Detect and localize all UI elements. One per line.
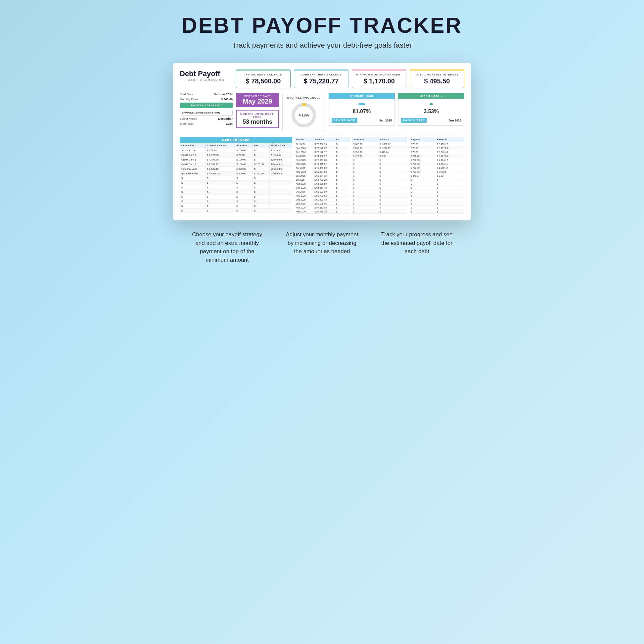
table-row: Credit Card 2 $ 3,376.48 $ 70.00 $ 6 mon… (180, 153, 292, 158)
page-title: DEBT PAYOFF TRACKER (182, 13, 462, 38)
side-col2-row: $$ (410, 190, 464, 194)
side-col1-row: $ 650.00$ 1,218.17 (352, 146, 407, 150)
schedule-rows: Oct 2024$ 77,338.33$Nov 2024$ 76,170.27$… (295, 142, 349, 214)
side-col1-row: $$ (352, 170, 407, 174)
debt-balance: $ 3,376.48 (206, 153, 235, 158)
side-col2-payment: Payment (411, 138, 437, 141)
side-col2-rows: $ 70.00$ 3,459.17$ 70.00$ 3,417.89$ 70.0… (410, 142, 464, 214)
strategy-select[interactable]: Snowball (Lowest Balance First) (180, 110, 233, 115)
start-date-row: Start Date October 2024 (180, 93, 233, 96)
table-row-empty: $$$$ (180, 185, 292, 190)
side-col2-row: $$ (410, 210, 464, 214)
bottom-section: DEBT TRACKER Debt Name Current Balance P… (180, 137, 464, 214)
debt-paid: $ (253, 148, 269, 153)
student-loan-body: 81.07% PAYOFF DATE Jan 2025 (329, 99, 395, 126)
start-date-value: October 2024 (214, 93, 233, 96)
student-loan-pct: 81.07% (332, 109, 392, 115)
credit-card-2-header: Credit Card 2 (398, 93, 464, 99)
student-loan-header: Student Loan (329, 93, 395, 99)
donut-text: 4.18% (299, 113, 309, 117)
select-month-row: Select Month December (180, 117, 233, 120)
table-row-empty: $$$$ (180, 181, 292, 185)
metrics-row: Debt Payoff - DEBT DASHBOARD - INITIAL D… (180, 69, 464, 88)
credit-card-2-pct: 3.53% (401, 109, 461, 115)
tracker-table: Debt Name Current Balance Payment Paid M… (180, 143, 292, 213)
debt-months: 12 months (269, 158, 292, 162)
callout-3-text: Track your progress and see the estimate… (379, 230, 455, 256)
credit-card-2-payoff-label: PAYOFF DATE (401, 118, 427, 123)
table-row-empty: $$$$ (180, 190, 292, 195)
middle-section: Start Date October 2024 Monthly Extra $ … (180, 93, 464, 132)
debt-payment: $ 200.00 (235, 167, 253, 171)
debt-balance: $ 473.24 (206, 148, 235, 153)
metric-initial-balance-label: INITIAL DEBT BALANCE (240, 73, 287, 76)
side-col1-row: $$ (352, 206, 407, 210)
side-col1-row: $$ (352, 186, 407, 190)
app-title: Debt Payoff (180, 69, 233, 78)
callout-3: Track your progress and see the estimate… (379, 230, 455, 264)
debt-free-card: DEBT-FREE DATE May 2029 (236, 93, 279, 107)
app-subtitle: - DEBT DASHBOARD - (180, 78, 233, 81)
debt-name: Credit Card 2 (180, 153, 206, 158)
main-schedule-block: Month Balance + / - Oct 2024$ 77,338.33$… (295, 137, 349, 214)
tracker-body: Student Loan $ 473.24 $ 750.00 $ 1 month… (180, 148, 292, 213)
debt-name: Personal Loan (180, 167, 206, 171)
debt-balance: $ 49,596.24 (206, 171, 235, 176)
side-col2-header: Payment Balance (410, 137, 464, 142)
col-current-balance: Current Balance (206, 143, 235, 148)
col-payment: Payment (235, 143, 253, 148)
side-col1-row: $$ (352, 190, 407, 194)
side-col1-row: $$ (352, 166, 407, 170)
side-col2-row: $$ (410, 206, 464, 210)
debt-name: Business Loan (180, 171, 206, 176)
debt-name: Credit Card 1 (180, 158, 206, 162)
debt-payment: $ 750.00 (235, 148, 253, 153)
col-months-left: Months Left (269, 143, 292, 148)
schedule-row: Apr 2025$ 70,449.80$ (295, 166, 349, 170)
schedule-row: Jun 2025$ 68,007.12$ (295, 174, 349, 178)
table-row: Business Loan $ 49,596.24 $ 500.00 $ 150… (180, 171, 292, 176)
debt-payment: $ 500.00 (235, 171, 253, 176)
monthly-extra-row: Monthly Extra $ 500.00 (180, 98, 233, 101)
callout-1: Choose your payoff strategy and add an e… (189, 230, 265, 264)
app-title-block: Debt Payoff - DEBT DASHBOARD - (180, 69, 233, 88)
strategy-button[interactable]: PAYOFF STRATEGY (180, 103, 233, 108)
schedule-row: Oct 2025$ 63,002.00$ (295, 190, 349, 194)
schedule-header: Month Balance + / - (295, 137, 349, 142)
side-col2-row: $ 720.00$ 2,464.17 (410, 158, 464, 162)
credit-card-2-payoff-row: PAYOFF DATE Jun 2025 (401, 118, 461, 123)
metric-total-interest-value: $ 495.50 (413, 77, 461, 85)
schedule-row: Jan 2025$ 74,038.97$ (295, 154, 349, 158)
metric-initial-balance: INITIAL DEBT BALANCE $ 78,500.00 (236, 69, 291, 88)
table-row: Credit Card 3 $ 7,354.13 $ 150.00 $ 125.… (180, 162, 292, 167)
side-col2-row: $$ (410, 186, 464, 190)
months-value: 53 months (239, 118, 276, 125)
table-row-empty: $$$$ (180, 195, 292, 199)
side-col2-row: $$ (410, 194, 464, 198)
credit-card-2-payoff-date: Jun 2025 (448, 119, 461, 122)
side-col2-row: $ 720.00$ 1,764.11 (410, 162, 464, 166)
schedule-row: Dec 2025$ 60,433.43$ (295, 198, 349, 202)
side-col1-row: $ 600.00$ 1,860.42 (352, 142, 407, 146)
table-row-empty: $$$$ (180, 199, 292, 204)
debt-payment: $ 100.00 (235, 158, 253, 162)
metric-min-payment: MINIMUM MONTHLY PAYMENT $ 1,170.00 (352, 69, 406, 88)
enter-year-value: 2024 (226, 122, 233, 125)
schedule-row: Feb 2026$ 57,811.08$ (295, 206, 349, 210)
side-col2-row: $ 720.00$ 1,059.42 (410, 166, 464, 170)
metric-total-interest-label: TOTAL MONTHLY INTEREST (413, 73, 461, 76)
side-col2-row: $ 246.76$ 3,157.86 (410, 154, 464, 158)
months-label: MONTHS UNTIL DEBT-FREE (239, 113, 276, 118)
credit-card-2-body: 3.53% PAYOFF DATE Jun 2025 (398, 99, 464, 126)
callout-2: Adjust your monthly payment by increasin… (284, 230, 360, 264)
debt-name: Student Loan (180, 148, 206, 153)
donut-wrapper: 4.18% (286, 102, 322, 128)
sched-col-month: Month (296, 138, 315, 141)
table-row-empty: $$$$ (180, 204, 292, 208)
debt-paid: $ 125.00 (253, 162, 269, 167)
debt-paid: $ (253, 158, 269, 162)
side-col2-row: $ 70.00$ 3,376.48 (410, 150, 464, 154)
debt-months: 19 months (269, 162, 292, 167)
sched-col-change: + / - (336, 138, 348, 141)
schedule-row: Dec 2024$ 75,120.77$ (295, 150, 349, 154)
